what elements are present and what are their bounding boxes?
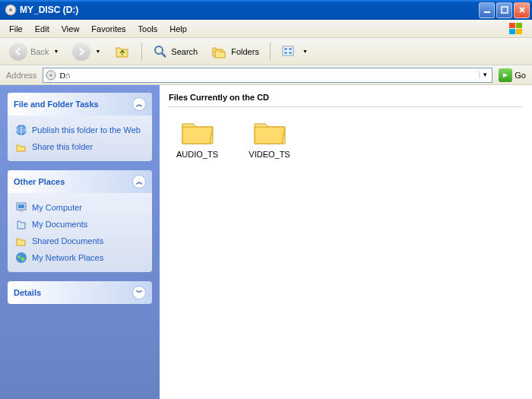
svg-rect-3 [502, 7, 508, 13]
chevron-down-icon: ▼ [302, 49, 308, 54]
expand-icon: ︾ [132, 286, 146, 299]
folder-label: AUDIO_TS [169, 150, 226, 159]
menu-file[interactable]: File [3, 22, 29, 36]
address-bar: Address ▼ Go [0, 65, 532, 85]
content: File and Folder Tasks ︽ Publish this fol… [0, 85, 532, 399]
go-button[interactable]: Go [496, 67, 529, 84]
folder-audio-ts[interactable]: AUDIO_TS [169, 116, 226, 159]
titlebar: MY_DISC (D:) [0, 0, 532, 20]
back-button[interactable]: Back ▼ [5, 40, 63, 64]
main-pane: Files Currently on the CD AUDIO_TS VIDEO… [160, 85, 532, 399]
globe-icon [15, 124, 27, 136]
panel-details-header[interactable]: Details ︾ [8, 281, 152, 304]
chevron-down-icon: ▼ [53, 49, 59, 54]
folder-icon [252, 116, 288, 147]
svg-rect-2 [484, 11, 490, 13]
panel-places: Other Places ︽ My Computer My Documents … [8, 170, 152, 272]
up-button[interactable] [109, 40, 135, 63]
separator [270, 43, 271, 61]
shared-folder-icon [15, 235, 27, 247]
forward-icon [72, 43, 90, 61]
svg-point-15 [50, 74, 52, 76]
svg-rect-20 [19, 211, 24, 212]
svg-rect-7 [516, 29, 522, 34]
search-button[interactable]: Search [148, 41, 202, 62]
svg-rect-10 [284, 48, 287, 50]
folder-video-ts[interactable]: VIDEO_TS [241, 116, 298, 159]
svg-point-1 [9, 8, 12, 11]
collapse-icon: ︽ [132, 97, 146, 111]
search-icon [153, 44, 168, 59]
windows-logo-icon [503, 21, 529, 36]
svg-rect-11 [289, 48, 292, 50]
section-header: Files Currently on the CD [169, 90, 523, 107]
svg-rect-6 [509, 29, 515, 34]
panel-details: Details ︾ [8, 281, 152, 304]
up-folder-icon [114, 43, 131, 60]
chevron-down-icon: ▼ [95, 49, 100, 54]
task-share[interactable]: Share this folder [15, 138, 144, 155]
views-icon [281, 45, 298, 59]
place-shared[interactable]: Shared Documents [15, 233, 144, 249]
address-input[interactable] [57, 71, 479, 80]
drive-icon [45, 69, 57, 81]
folder-list: AUDIO_TS VIDEO_TS [169, 116, 523, 159]
svg-point-23 [21, 258, 25, 261]
panel-tasks: File and Folder Tasks ︽ Publish this fol… [8, 93, 152, 161]
toolbar: Back ▼ ▼ Search Folders ▼ [0, 38, 532, 65]
drive-icon [5, 4, 17, 16]
documents-icon [15, 218, 27, 230]
forward-button[interactable]: ▼ [68, 40, 105, 64]
menubar: File Edit View Favorites Tools Help [0, 20, 532, 38]
task-publish[interactable]: Publish this folder to the Web [15, 122, 144, 138]
svg-point-8 [155, 46, 163, 54]
menu-edit[interactable]: Edit [29, 22, 55, 36]
svg-rect-13 [289, 52, 292, 54]
folder-label: VIDEO_TS [241, 150, 298, 159]
window-title: MY_DISC (D:) [20, 5, 479, 15]
address-box: ▼ [43, 68, 492, 83]
maximize-button[interactable] [496, 2, 512, 18]
svg-rect-12 [284, 52, 287, 54]
back-icon [9, 43, 27, 61]
collapse-icon: ︽ [132, 175, 146, 188]
minimize-button[interactable] [479, 2, 495, 18]
svg-rect-5 [516, 23, 522, 28]
panel-places-header[interactable]: Other Places ︽ [8, 170, 152, 193]
folders-icon [211, 44, 228, 59]
network-icon [15, 252, 27, 264]
separator [141, 43, 142, 61]
folders-button[interactable]: Folders [207, 41, 264, 62]
menu-tools[interactable]: Tools [132, 22, 164, 36]
menu-view[interactable]: View [55, 22, 86, 36]
menu-favorites[interactable]: Favorites [85, 22, 131, 36]
svg-rect-19 [18, 204, 24, 208]
address-label: Address [3, 71, 40, 80]
address-dropdown[interactable]: ▼ [479, 71, 490, 78]
svg-rect-9 [283, 46, 293, 55]
share-icon [15, 141, 27, 153]
place-documents[interactable]: My Documents [15, 216, 144, 233]
svg-point-22 [17, 255, 21, 258]
views-button[interactable]: ▼ [277, 42, 312, 62]
computer-icon [15, 201, 27, 214]
svg-point-21 [16, 252, 27, 263]
menu-help[interactable]: Help [163, 22, 193, 36]
place-computer[interactable]: My Computer [15, 199, 144, 216]
place-network[interactable]: My Network Places [15, 249, 144, 266]
panel-tasks-header[interactable]: File and Folder Tasks ︽ [8, 93, 152, 116]
svg-rect-4 [509, 23, 515, 28]
folder-icon [179, 116, 216, 147]
close-button[interactable] [514, 2, 530, 18]
sidebar: File and Folder Tasks ︽ Publish this fol… [0, 85, 160, 399]
go-icon [499, 68, 512, 82]
